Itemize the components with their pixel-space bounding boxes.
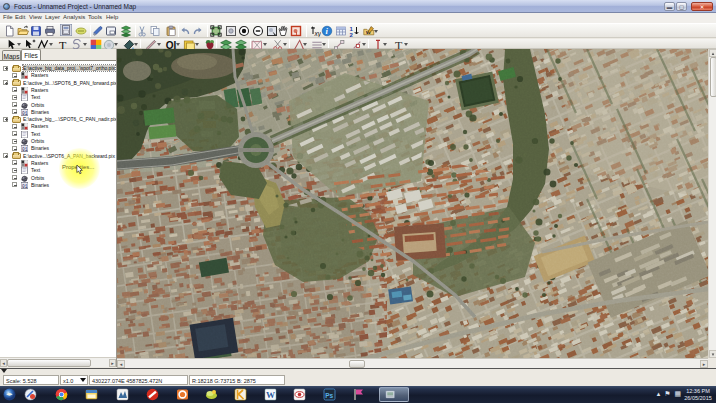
svg-text:01: 01	[22, 183, 28, 188]
svg-text:xy: xy	[313, 30, 321, 37]
svg-text:01: 01	[22, 110, 28, 115]
svg-text:01: 01	[22, 147, 28, 152]
svg-text:W: W	[266, 390, 275, 400]
svg-text:2: 2	[349, 32, 353, 38]
svg-text:Ps: Ps	[325, 392, 333, 399]
